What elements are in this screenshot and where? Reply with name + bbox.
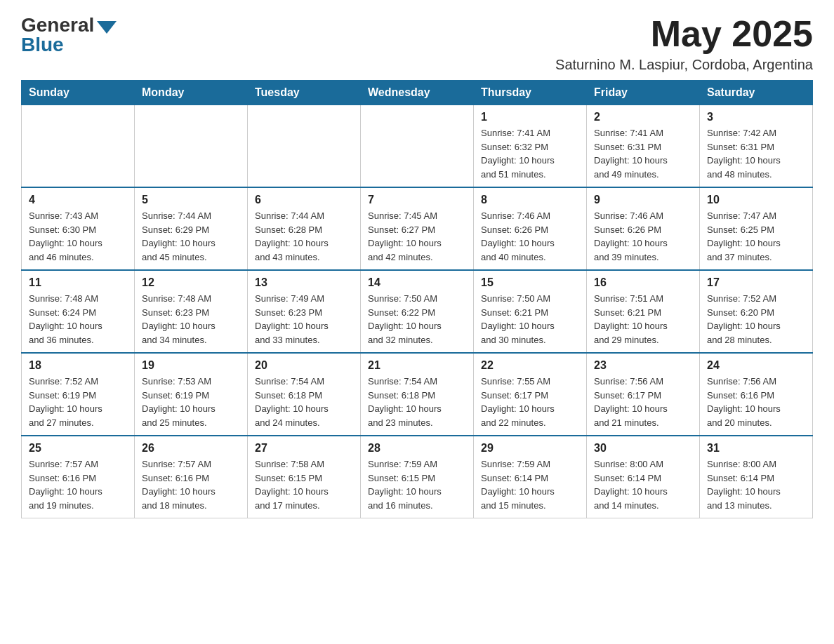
day-number: 24 (707, 359, 805, 372)
calendar-cell: 26Sunrise: 7:57 AMSunset: 6:16 PMDayligh… (135, 436, 248, 518)
day-number: 23 (594, 359, 692, 372)
day-info: Sunrise: 7:59 AMSunset: 6:14 PMDaylight:… (481, 457, 579, 512)
day-number: 21 (368, 359, 466, 372)
calendar-cell: 6Sunrise: 7:44 AMSunset: 6:28 PMDaylight… (248, 187, 361, 270)
title-section: May 2025 Saturnino M. Laspiur, Cordoba, … (555, 14, 813, 73)
calendar-cell: 21Sunrise: 7:54 AMSunset: 6:18 PMDayligh… (361, 353, 474, 436)
calendar-week-1: 1Sunrise: 7:41 AMSunset: 6:32 PMDaylight… (22, 105, 813, 188)
calendar-cell: 23Sunrise: 7:56 AMSunset: 6:17 PMDayligh… (587, 353, 700, 436)
day-number: 11 (29, 276, 127, 289)
day-info: Sunrise: 7:49 AMSunset: 6:23 PMDaylight:… (255, 292, 353, 347)
day-number: 9 (594, 194, 692, 206)
calendar-cell: 4Sunrise: 7:43 AMSunset: 6:30 PMDaylight… (22, 187, 135, 270)
logo-arrow-icon (97, 21, 117, 34)
day-info: Sunrise: 7:52 AMSunset: 6:19 PMDaylight:… (29, 375, 127, 429)
day-number: 19 (142, 359, 240, 372)
column-header-tuesday: Tuesday (248, 81, 361, 105)
day-number: 26 (142, 442, 240, 455)
logo: General Blue (21, 14, 117, 56)
calendar-cell: 11Sunrise: 7:48 AMSunset: 6:24 PMDayligh… (22, 270, 135, 353)
calendar-week-3: 11Sunrise: 7:48 AMSunset: 6:24 PMDayligh… (22, 270, 813, 353)
day-number: 31 (707, 442, 805, 455)
calendar-cell (248, 105, 361, 188)
logo-blue-text: Blue (21, 34, 64, 56)
day-number: 16 (594, 276, 692, 289)
day-number: 29 (481, 442, 579, 455)
calendar-cell: 30Sunrise: 8:00 AMSunset: 6:14 PMDayligh… (587, 436, 700, 518)
calendar-cell: 27Sunrise: 7:58 AMSunset: 6:15 PMDayligh… (248, 436, 361, 518)
calendar-cell: 18Sunrise: 7:52 AMSunset: 6:19 PMDayligh… (22, 353, 135, 436)
day-number: 27 (255, 442, 353, 455)
calendar-cell (22, 105, 135, 188)
day-number: 10 (707, 194, 805, 206)
day-info: Sunrise: 7:52 AMSunset: 6:20 PMDaylight:… (707, 292, 805, 347)
day-info: Sunrise: 7:56 AMSunset: 6:16 PMDaylight:… (707, 375, 805, 429)
day-number: 25 (29, 442, 127, 455)
column-header-thursday: Thursday (474, 81, 587, 105)
day-number: 13 (255, 276, 353, 289)
day-info: Sunrise: 7:55 AMSunset: 6:17 PMDaylight:… (481, 375, 579, 429)
calendar-cell: 14Sunrise: 7:50 AMSunset: 6:22 PMDayligh… (361, 270, 474, 353)
calendar-cell: 24Sunrise: 7:56 AMSunset: 6:16 PMDayligh… (700, 353, 813, 436)
day-info: Sunrise: 7:53 AMSunset: 6:19 PMDaylight:… (142, 375, 240, 429)
calendar-cell: 20Sunrise: 7:54 AMSunset: 6:18 PMDayligh… (248, 353, 361, 436)
calendar-cell: 16Sunrise: 7:51 AMSunset: 6:21 PMDayligh… (587, 270, 700, 353)
day-info: Sunrise: 7:54 AMSunset: 6:18 PMDaylight:… (368, 375, 466, 429)
calendar-cell: 22Sunrise: 7:55 AMSunset: 6:17 PMDayligh… (474, 353, 587, 436)
day-info: Sunrise: 8:00 AMSunset: 6:14 PMDaylight:… (707, 457, 805, 512)
day-info: Sunrise: 7:50 AMSunset: 6:21 PMDaylight:… (481, 292, 579, 347)
day-info: Sunrise: 7:45 AMSunset: 6:27 PMDaylight:… (368, 209, 466, 264)
calendar-cell: 15Sunrise: 7:50 AMSunset: 6:21 PMDayligh… (474, 270, 587, 353)
day-info: Sunrise: 7:51 AMSunset: 6:21 PMDaylight:… (594, 292, 692, 347)
day-info: Sunrise: 7:54 AMSunset: 6:18 PMDaylight:… (255, 375, 353, 429)
calendar-week-2: 4Sunrise: 7:43 AMSunset: 6:30 PMDaylight… (22, 187, 813, 270)
day-info: Sunrise: 7:48 AMSunset: 6:23 PMDaylight:… (142, 292, 240, 347)
calendar-cell: 2Sunrise: 7:41 AMSunset: 6:31 PMDaylight… (587, 105, 700, 188)
day-info: Sunrise: 7:46 AMSunset: 6:26 PMDaylight:… (594, 209, 692, 264)
column-header-monday: Monday (135, 81, 248, 105)
day-info: Sunrise: 7:44 AMSunset: 6:29 PMDaylight:… (142, 209, 240, 264)
column-header-saturday: Saturday (700, 81, 813, 105)
calendar-cell: 31Sunrise: 8:00 AMSunset: 6:14 PMDayligh… (700, 436, 813, 518)
calendar-header-row: SundayMondayTuesdayWednesdayThursdayFrid… (22, 81, 813, 105)
calendar-table: SundayMondayTuesdayWednesdayThursdayFrid… (21, 80, 813, 518)
calendar-week-5: 25Sunrise: 7:57 AMSunset: 6:16 PMDayligh… (22, 436, 813, 518)
day-info: Sunrise: 7:59 AMSunset: 6:15 PMDaylight:… (368, 457, 466, 512)
calendar-cell: 29Sunrise: 7:59 AMSunset: 6:14 PMDayligh… (474, 436, 587, 518)
day-info: Sunrise: 7:41 AMSunset: 6:31 PMDaylight:… (594, 126, 692, 181)
day-info: Sunrise: 7:44 AMSunset: 6:28 PMDaylight:… (255, 209, 353, 264)
day-number: 2 (594, 111, 692, 123)
day-number: 14 (368, 276, 466, 289)
day-info: Sunrise: 7:58 AMSunset: 6:15 PMDaylight:… (255, 457, 353, 512)
calendar-cell (361, 105, 474, 188)
column-header-friday: Friday (587, 81, 700, 105)
day-info: Sunrise: 7:47 AMSunset: 6:25 PMDaylight:… (707, 209, 805, 264)
calendar-cell: 28Sunrise: 7:59 AMSunset: 6:15 PMDayligh… (361, 436, 474, 518)
column-header-wednesday: Wednesday (361, 81, 474, 105)
day-info: Sunrise: 7:50 AMSunset: 6:22 PMDaylight:… (368, 292, 466, 347)
calendar-cell: 9Sunrise: 7:46 AMSunset: 6:26 PMDaylight… (587, 187, 700, 270)
calendar-cell: 10Sunrise: 7:47 AMSunset: 6:25 PMDayligh… (700, 187, 813, 270)
day-number: 22 (481, 359, 579, 372)
day-info: Sunrise: 7:48 AMSunset: 6:24 PMDaylight:… (29, 292, 127, 347)
day-number: 6 (255, 194, 353, 206)
day-number: 17 (707, 276, 805, 289)
calendar-cell: 25Sunrise: 7:57 AMSunset: 6:16 PMDayligh… (22, 436, 135, 518)
day-number: 1 (481, 111, 579, 123)
day-info: Sunrise: 7:41 AMSunset: 6:32 PMDaylight:… (481, 126, 579, 181)
column-header-sunday: Sunday (22, 81, 135, 105)
day-number: 7 (368, 194, 466, 206)
calendar-week-4: 18Sunrise: 7:52 AMSunset: 6:19 PMDayligh… (22, 353, 813, 436)
day-info: Sunrise: 8:00 AMSunset: 6:14 PMDaylight:… (594, 457, 692, 512)
day-number: 28 (368, 442, 466, 455)
day-number: 15 (481, 276, 579, 289)
calendar-cell: 1Sunrise: 7:41 AMSunset: 6:32 PMDaylight… (474, 105, 587, 188)
page-header: General Blue May 2025 Saturnino M. Laspi… (21, 14, 813, 73)
calendar-cell: 3Sunrise: 7:42 AMSunset: 6:31 PMDaylight… (700, 105, 813, 188)
day-number: 3 (707, 111, 805, 123)
calendar-cell: 17Sunrise: 7:52 AMSunset: 6:20 PMDayligh… (700, 270, 813, 353)
day-info: Sunrise: 7:57 AMSunset: 6:16 PMDaylight:… (29, 457, 127, 512)
calendar-cell: 19Sunrise: 7:53 AMSunset: 6:19 PMDayligh… (135, 353, 248, 436)
day-number: 18 (29, 359, 127, 372)
day-info: Sunrise: 7:57 AMSunset: 6:16 PMDaylight:… (142, 457, 240, 512)
